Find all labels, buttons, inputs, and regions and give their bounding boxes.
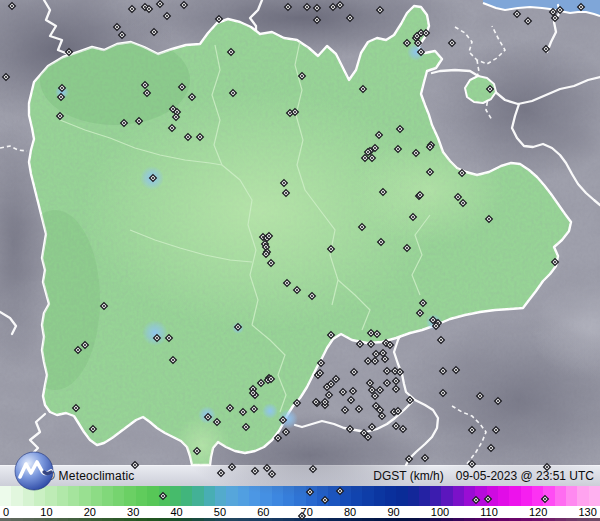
station-marker[interactable]	[299, 513, 306, 520]
station-marker[interactable]	[160, 493, 167, 500]
meteoclimatic-logo[interactable]	[13, 450, 59, 494]
map-canvas[interactable]	[0, 0, 600, 521]
station-marker[interactable]	[322, 497, 329, 504]
gust-halo	[142, 320, 168, 346]
station-marker[interactable]	[542, 496, 549, 503]
logo-tilde	[44, 472, 51, 474]
station-marker[interactable]	[473, 497, 480, 504]
station-marker[interactable]	[485, 496, 492, 503]
gust-halo	[262, 403, 278, 419]
meteoclimatic-gust-map: © Meteoclimatic DGST (km/h) 09-05-2023 @…	[0, 0, 600, 521]
